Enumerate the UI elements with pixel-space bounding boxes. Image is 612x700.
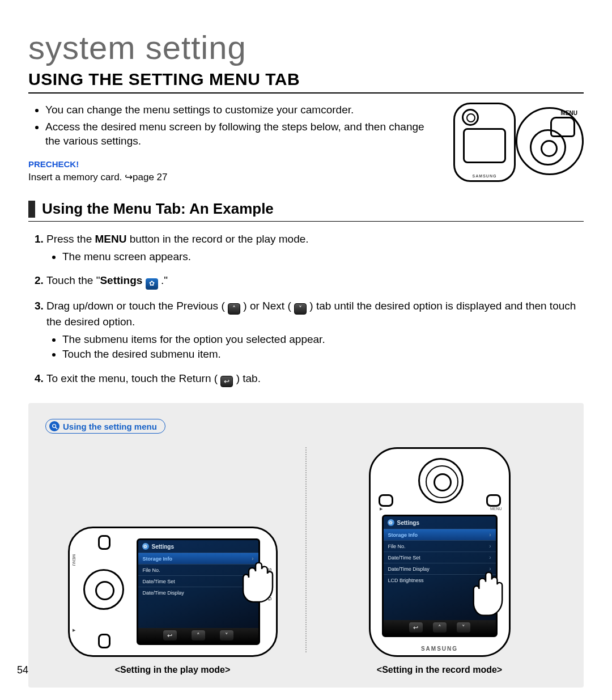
menu-item: Date/Time Display› bbox=[384, 563, 496, 574]
intro-bullet: Access the desired menu screen by follow… bbox=[45, 120, 436, 149]
camcorder-play-mode: MENU ▶ SAMSUNG ✿Settings Storage Info› F… bbox=[68, 527, 278, 657]
nav-return-icon: ↩ bbox=[409, 622, 423, 633]
dial-icon bbox=[83, 569, 124, 610]
settings-gear-icon: ✿ bbox=[388, 519, 394, 526]
camcorder-outline: SAMSUNG bbox=[453, 103, 516, 182]
menu-item: LCD Brightness› bbox=[384, 574, 496, 586]
screen-title: Settings bbox=[397, 520, 419, 526]
top-button-icon bbox=[98, 535, 110, 550]
brand-label: SAMSUNG bbox=[455, 174, 514, 178]
step-3: Drag up/down or touch the Previous ( ˄ )… bbox=[46, 299, 584, 362]
tiny-label: MENU bbox=[490, 507, 502, 511]
vertical-separator bbox=[305, 447, 307, 652]
screen-title: Settings bbox=[152, 544, 174, 550]
menu-item: Date/Time Display› bbox=[138, 587, 258, 598]
precheck-text: Insert a memory card. ↪page 27 bbox=[28, 171, 436, 184]
heading-accent-bar bbox=[28, 201, 35, 218]
menu-item: Date/Time Set› bbox=[138, 575, 258, 587]
step-4: To exit the menu, touch the Return ( ↩ )… bbox=[46, 371, 584, 387]
dial-icon bbox=[530, 129, 566, 166]
lens-icon bbox=[462, 109, 479, 126]
caption-record-mode: <Setting in the record mode> bbox=[377, 665, 502, 675]
bottom-button-icon bbox=[98, 634, 110, 648]
blank-screen-icon bbox=[463, 128, 506, 163]
section-title: USING THE SETTING MENU TAB bbox=[28, 70, 584, 94]
menu-item-highlighted: Storage Info› bbox=[384, 529, 496, 540]
brand-label: SAMSUNG bbox=[371, 646, 509, 652]
step-3-sub: The submenu items for the option you sel… bbox=[62, 332, 584, 347]
next-down-icon: ˅ bbox=[294, 303, 307, 315]
dial-icon bbox=[418, 458, 464, 503]
left-button-icon bbox=[379, 494, 393, 507]
screen-nav-bar: ↩ ˄ ˅ bbox=[138, 628, 258, 643]
menu-item: File No.› bbox=[384, 540, 496, 551]
tiny-label: ▶ bbox=[380, 507, 382, 511]
device-illustration-top: SAMSUNG MENU bbox=[453, 103, 584, 182]
return-icon: ↩ bbox=[220, 376, 233, 387]
nav-down-icon: ˅ bbox=[220, 630, 233, 640]
illustration-block: Using the setting menu MENU ▶ SAMSUNG ✿S… bbox=[28, 403, 584, 688]
menu-item-highlighted: Storage Info› bbox=[138, 553, 258, 564]
right-button-icon bbox=[486, 494, 501, 507]
step-1: Press the MENU button in the record or t… bbox=[46, 232, 584, 264]
tiny-label: ▶ bbox=[72, 628, 76, 633]
svg-line-1 bbox=[55, 427, 57, 429]
settings-screen-play: ✿Settings Storage Info› File No.› Date/T… bbox=[137, 538, 260, 645]
nav-down-icon: ˅ bbox=[457, 622, 470, 633]
info-pill: Using the setting menu bbox=[45, 419, 165, 434]
step-1-sub: The menu screen appears. bbox=[62, 249, 584, 265]
page-number: 54 bbox=[17, 664, 28, 676]
svg-point-0 bbox=[52, 424, 56, 427]
info-pill-label: Using the setting menu bbox=[63, 422, 157, 431]
zoom-callout: MENU bbox=[516, 107, 584, 175]
camcorder-record-mode: ▶ MENU SAMSUNG ✿Settings Storage Info› F… bbox=[369, 447, 511, 657]
settings-screen-record: ✿Settings Storage Info› File No.› Date/T… bbox=[382, 515, 498, 637]
nav-return-icon: ↩ bbox=[163, 630, 177, 640]
nav-up-icon: ˄ bbox=[433, 622, 447, 633]
tiny-label: MENU bbox=[72, 554, 76, 566]
precheck-label: PRECHECK! bbox=[28, 159, 436, 170]
menu-button-label: MENU bbox=[561, 110, 577, 116]
step-2: Touch the "Settings ✿ ." bbox=[46, 273, 584, 289]
screen-nav-bar: ↩ ˄ ˅ bbox=[384, 620, 496, 635]
magnifier-icon bbox=[49, 421, 60, 431]
settings-gear-icon: ✿ bbox=[146, 278, 158, 290]
caption-play-mode: <Setting in the play mode> bbox=[115, 665, 231, 675]
intro-bullet: You can change the menu settings to cust… bbox=[45, 103, 436, 117]
step-3-sub: Touch the desired submenu item. bbox=[62, 347, 584, 362]
previous-up-icon: ˄ bbox=[228, 303, 240, 315]
menu-item: File No.› bbox=[138, 564, 258, 575]
subheading: Using the Menu Tab: An Example bbox=[42, 200, 274, 218]
nav-up-icon: ˄ bbox=[192, 630, 205, 640]
menu-item: Date/Time Set› bbox=[384, 551, 496, 563]
settings-gear-icon: ✿ bbox=[142, 543, 149, 550]
brand-label: SAMSUNG bbox=[267, 568, 273, 602]
page-title: system setting bbox=[28, 28, 584, 66]
